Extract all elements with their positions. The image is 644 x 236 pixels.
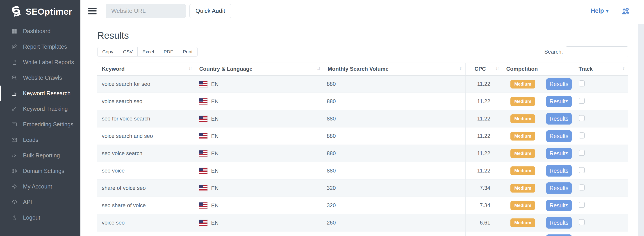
- sidebar-item-leads[interactable]: Leads: [0, 132, 80, 148]
- action-cell: Results: [544, 93, 574, 110]
- sidebar-item-white-label-reports[interactable]: White Label Reports: [0, 54, 80, 70]
- competition-cell: Medium: [502, 93, 544, 110]
- users-icon[interactable]: [620, 6, 630, 16]
- results-button[interactable]: Results: [546, 200, 572, 211]
- sidebar-item-keyword-tracking[interactable]: Keyword Tracking: [0, 101, 80, 117]
- search-plus-icon: [11, 74, 18, 81]
- track-cell: [574, 180, 628, 197]
- results-button[interactable]: Results: [546, 148, 572, 159]
- cpc-cell: 11.22: [465, 162, 502, 180]
- sidebar-item-website-crawls[interactable]: Website Crawls: [0, 70, 80, 86]
- quick-audit-button[interactable]: Quick Audit: [190, 4, 231, 18]
- sidebar-item-logout[interactable]: Logout: [0, 210, 80, 226]
- column-header-cpc[interactable]: ↓↑ CPC: [465, 63, 502, 76]
- table-row: share of voice seo EN 320 7.34 Medium Re…: [97, 180, 628, 197]
- search-wrap: Search:: [544, 46, 628, 57]
- track-checkbox[interactable]: [579, 132, 585, 138]
- competition-badge: Medium: [510, 201, 535, 210]
- sidebar-item-label: Logout: [23, 214, 40, 221]
- results-button[interactable]: Results: [546, 130, 572, 142]
- keyword-cell: voice search for seo: [97, 76, 194, 93]
- sidebar-item-my-account[interactable]: My Account: [0, 179, 80, 194]
- print-button[interactable]: Print: [178, 47, 198, 56]
- track-checkbox[interactable]: [579, 167, 585, 173]
- help-menu[interactable]: Help ▾: [590, 8, 608, 14]
- keyword-cell: seo share of voice: [97, 197, 194, 214]
- cpc-cell: 11.22: [465, 76, 502, 93]
- website-url-input[interactable]: [106, 4, 186, 18]
- results-button[interactable]: Results: [546, 78, 572, 90]
- seoptimer-gears-icon: [10, 6, 22, 18]
- sidebar-item-keyword-research[interactable]: Keyword Research: [0, 86, 80, 101]
- logo[interactable]: SEOptimer: [0, 0, 80, 24]
- pdf-button[interactable]: PDF: [159, 47, 178, 56]
- sidebar-item-domain-settings[interactable]: Domain Settings: [0, 163, 80, 179]
- results-button[interactable]: Results: [546, 182, 572, 194]
- sidebar-item-report-templates[interactable]: Report Templates: [0, 39, 80, 54]
- track-cell: [574, 162, 628, 180]
- competition-badge: Medium: [510, 132, 535, 140]
- column-header-monthly-search-volume[interactable]: ↓↑ Monthly Search Volume: [323, 63, 465, 76]
- track-cell: [574, 214, 628, 232]
- topbar: Quick Audit Help ▾: [80, 0, 644, 22]
- pencil-square-icon: [11, 44, 18, 50]
- results-button[interactable]: Results: [546, 165, 572, 176]
- track-checkbox[interactable]: [579, 150, 585, 156]
- embed-card-icon: [11, 121, 18, 128]
- sort-icon: ↓↑: [622, 66, 625, 71]
- language-code: EN: [211, 220, 218, 226]
- column-header-track[interactable]: ↓↑ Track: [574, 63, 628, 76]
- competition-cell: Medium: [502, 232, 544, 236]
- search-input[interactable]: [566, 46, 628, 57]
- track-checkbox[interactable]: [579, 202, 585, 208]
- keyword-cell: share of voice seo: [97, 180, 194, 197]
- hamburger-menu-icon[interactable]: [88, 8, 97, 14]
- csv-button[interactable]: CSV: [118, 47, 138, 56]
- volume-cell: 260: [323, 214, 465, 232]
- us-flag-icon: [199, 185, 208, 191]
- column-header-country-language[interactable]: ↓↑ Country & Language: [194, 63, 323, 76]
- cpc-cell: 6.61: [465, 214, 502, 232]
- country-cell: EN: [194, 110, 323, 128]
- table-row: seo voice search EN 880 11.22 Medium Res…: [97, 145, 628, 162]
- sidebar-item-label: White Label Reports: [23, 59, 74, 66]
- right-pane: Quick Audit Help ▾ Results: [80, 0, 644, 236]
- table-row: seo share of voice EN 320 7.34 Medium Re…: [97, 197, 628, 214]
- results-button[interactable]: Results: [546, 113, 572, 124]
- document-icon: [11, 59, 18, 66]
- keyword-cell: seo voice: [97, 162, 194, 180]
- copy-button[interactable]: Copy: [97, 47, 118, 56]
- cpc-cell: 7.34: [465, 197, 502, 214]
- sort-icon: ↓↑: [317, 66, 320, 71]
- competition-badge: Medium: [510, 149, 535, 158]
- column-header-keyword[interactable]: ↓↑ Keyword: [97, 63, 194, 76]
- competition-badge: Medium: [510, 97, 535, 106]
- sidebar-item-label: Keyword Tracking: [23, 106, 68, 112]
- language-code: EN: [211, 98, 218, 104]
- track-checkbox[interactable]: [579, 115, 585, 121]
- track-checkbox[interactable]: [579, 184, 585, 190]
- sidebar-item-embedding-settings[interactable]: Embedding Settings: [0, 117, 80, 132]
- sidebar-item-label: Embedding Settings: [23, 121, 74, 128]
- app-window: SEOptimer Dashboard Report Templates: [0, 0, 644, 236]
- results-button[interactable]: Results: [546, 234, 572, 236]
- results-button[interactable]: Results: [546, 217, 572, 228]
- track-checkbox[interactable]: [579, 219, 585, 225]
- column-header-competition[interactable]: Competition: [502, 63, 544, 76]
- competition-cell: Medium: [502, 197, 544, 214]
- sidebar-item-api[interactable]: API: [0, 194, 80, 210]
- logout-icon: [11, 214, 18, 221]
- sidebar-item-bulk-reporting[interactable]: Bulk Reporting: [0, 148, 80, 163]
- track-checkbox[interactable]: [579, 98, 585, 104]
- excel-button[interactable]: Excel: [138, 47, 159, 56]
- track-checkbox[interactable]: [579, 80, 585, 86]
- competition-badge: Medium: [510, 114, 535, 123]
- table-row: seo for voice search EN 880 11.22 Medium…: [97, 110, 628, 128]
- vertical-scrollbar[interactable]: [638, 24, 644, 236]
- bar-chart-icon: [11, 90, 18, 97]
- action-cell: Results: [544, 162, 574, 180]
- language-code: EN: [211, 185, 218, 191]
- sidebar-item-dashboard[interactable]: Dashboard: [0, 24, 80, 39]
- results-button[interactable]: Results: [546, 96, 572, 107]
- keyword-results-table: ↓↑ Keyword ↓↑ Country & Language ↓↑ Mont…: [97, 62, 628, 236]
